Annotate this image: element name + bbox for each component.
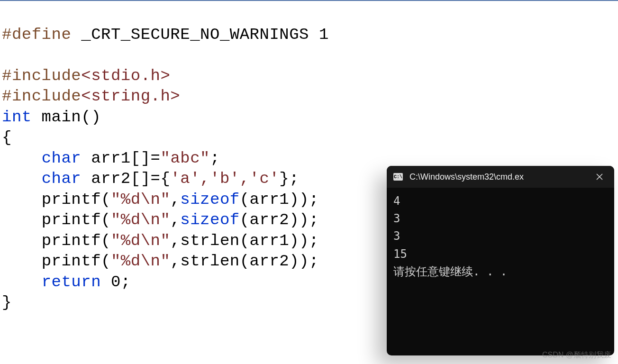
arr2-ref: (arr2)); <box>240 252 319 270</box>
comma: , <box>170 211 180 229</box>
preproc-include: #include <box>2 67 81 85</box>
semi: ; <box>210 149 220 167</box>
output-line: 3 <box>393 228 608 245</box>
output-line: 4 <box>393 192 608 210</box>
output-line: 3 <box>393 210 608 228</box>
fmt-string: "%d\n" <box>111 232 170 250</box>
fmt-string: "%d\n" <box>111 252 170 270</box>
brace-open: { <box>2 128 12 146</box>
kw-sizeof: sizeof <box>180 191 239 209</box>
fmt-string: "%d\n" <box>111 191 170 209</box>
preproc-include: #include <box>2 87 81 105</box>
cmd-icon: C:\ <box>393 173 403 181</box>
printf-call: printf( <box>42 211 111 229</box>
output-line: 15 <box>393 246 608 263</box>
kw-char: char <box>42 149 82 167</box>
arr2-end: }; <box>279 170 299 188</box>
brace-close: } <box>2 293 12 311</box>
indent <box>2 211 42 229</box>
arr1-ref: (arr1)); <box>240 232 319 250</box>
indent <box>2 170 42 188</box>
output-prompt: 请按任意键继续. . . <box>393 263 608 281</box>
main-decl: main() <box>32 108 101 126</box>
console-window[interactable]: C:\ C:\Windows\system32\cmd.ex 4 3 3 15 … <box>387 166 614 355</box>
fn-strlen: strlen <box>180 232 239 250</box>
printf-call: printf( <box>42 232 111 250</box>
preproc-define: #define <box>2 26 71 44</box>
kw-int: int <box>2 108 32 126</box>
indent <box>2 191 42 209</box>
printf-call: printf( <box>42 191 111 209</box>
watermark: CSDN @颓特别我废 <box>542 350 611 360</box>
comma: , <box>170 191 180 209</box>
close-button[interactable] <box>589 166 610 188</box>
arr2-decl: arr2[]={ <box>81 170 170 188</box>
arr1-literal: "abc" <box>160 149 210 167</box>
kw-char: char <box>42 170 82 188</box>
close-icon <box>596 173 603 180</box>
include-header-2: <string.h> <box>81 87 180 105</box>
indent <box>2 273 42 291</box>
indent <box>2 232 42 250</box>
kw-return: return <box>42 273 101 291</box>
arr2-literal: 'a','b','c' <box>170 170 279 188</box>
kw-sizeof: sizeof <box>180 211 239 229</box>
fmt-string: "%d\n" <box>111 211 170 229</box>
comma: , <box>170 252 180 270</box>
arr1-decl: arr1[]= <box>81 149 160 167</box>
indent <box>2 149 42 167</box>
console-title: C:\Windows\system32\cmd.ex <box>409 172 589 182</box>
include-header-1: <stdio.h> <box>81 67 170 85</box>
return-zero: 0; <box>101 273 131 291</box>
comma: , <box>170 232 180 250</box>
fn-strlen: strlen <box>180 252 239 270</box>
arr2-ref: (arr2)); <box>240 211 319 229</box>
console-output[interactable]: 4 3 3 15 请按任意键继续. . . <box>387 188 614 285</box>
define-value: _CRT_SECURE_NO_WARNINGS 1 <box>71 26 329 44</box>
console-titlebar[interactable]: C:\ C:\Windows\system32\cmd.ex <box>387 166 614 188</box>
indent <box>2 252 42 270</box>
arr1-ref: (arr1)); <box>240 191 319 209</box>
printf-call: printf( <box>42 252 111 270</box>
